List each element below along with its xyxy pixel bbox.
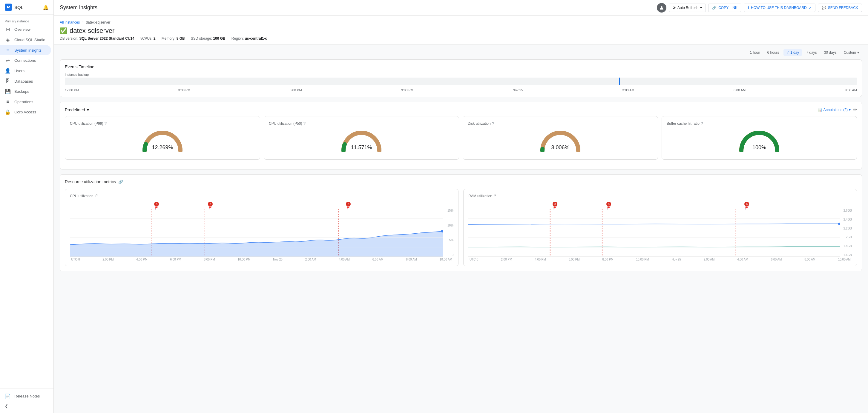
events-timeline-title: Events Timeline — [65, 64, 857, 69]
user-avatar[interactable] — [657, 3, 666, 12]
axis-label-5: 3:00 AM — [622, 88, 634, 92]
cpu-x-7: 2:00 AM — [305, 258, 316, 261]
ram-chart-container: 3 🚩 3 🚩 6 🚩 — [468, 202, 852, 261]
dashboard-content: All instances › datex-sqlserver ✅ datex-… — [54, 15, 868, 413]
resource-metrics-section: Resource utilization metrics 🔗 CPU utili… — [60, 174, 862, 271]
instance-status-icon: ✅ — [60, 27, 67, 34]
time-btn-7days[interactable]: 7 days — [803, 49, 819, 56]
cpu-alert-1: 3 🚩 — [154, 202, 159, 210]
auto-refresh-label: Auto Refresh — [677, 6, 699, 10]
ram-chart-title: RAM utilization ? — [468, 194, 852, 198]
time-btn-30days[interactable]: 30 days — [821, 49, 840, 56]
ram-x-3: 6:00 PM — [568, 258, 580, 261]
time-btn-1day[interactable]: ✓ 1 day — [783, 49, 802, 56]
edit-button[interactable]: ✏ — [853, 107, 857, 112]
cpu-x-5: 10:00 PM — [238, 258, 251, 261]
axis-label-1: 3:00 PM — [178, 88, 190, 92]
help-icon-buffer[interactable]: ? — [701, 121, 703, 126]
ram-x-4: 8:00 PM — [602, 258, 613, 261]
sidebar: SQL 🔔 Primary instance ⊞ Overview ◈ Clou… — [0, 0, 54, 413]
how-to-use-button[interactable]: ℹ HOW TO USE THIS DASHBOARD ↗ — [744, 4, 815, 12]
send-feedback-label: SEND FEEDBACK — [828, 6, 858, 10]
timeline-label: Instance backup — [65, 73, 857, 76]
operations-icon: ≡ — [5, 99, 11, 104]
db-version-meta: DB version: SQL Server 2022 Standard CU1… — [60, 36, 134, 41]
sidebar-item-operations[interactable]: ≡ Operations — [0, 97, 51, 107]
ram-x-5: 10:00 PM — [636, 258, 649, 261]
send-feedback-button[interactable]: 💬 SEND FEEDBACK — [818, 4, 862, 12]
svg-text:12.269%: 12.269% — [152, 144, 173, 150]
cpu-y-label-2: 5% — [444, 238, 454, 242]
time-btn-6hours[interactable]: 6 hours — [764, 49, 782, 56]
instance-name: datex-sqlserver — [70, 27, 115, 35]
gauge-title-cpu-p99: CPU utilization (P99) ? — [70, 121, 255, 126]
sidebar-collapse-btn[interactable]: ❮ — [0, 401, 54, 411]
cpu-y-axis: 15% 10% 5% 0 — [443, 209, 454, 256]
gauge-grid: CPU utilization (P99) ? — [65, 116, 857, 160]
app-name: SQL — [14, 5, 23, 10]
cpu-alert-markers: 3 🚩 3 🚩 6 🚩 — [70, 202, 454, 208]
resource-metrics-title: Resource utilization metrics — [65, 179, 116, 184]
ram-y-axis: 2.6GB 2.4GB 2.2GB 2GB 1.8GB 1.6GB — [840, 209, 852, 256]
region-value: us-central1-c — [245, 36, 267, 41]
sidebar-item-system-insights[interactable]: ≡ System insights — [0, 45, 51, 55]
time-btn-custom[interactable]: Custom ▾ — [841, 49, 862, 56]
breadcrumb-all-instances[interactable]: All instances — [60, 20, 80, 25]
databases-icon: 🗄 — [5, 78, 11, 84]
sidebar-item-cloud-sql-studio[interactable]: ◈ Cloud SQL Studio — [0, 35, 51, 45]
cpu-chart-info-icon[interactable]: ⏱ — [95, 194, 99, 198]
region-meta: Region: us-central1-c — [231, 36, 267, 41]
ram-y-label-0: 2.6GB — [841, 209, 852, 212]
auto-refresh-button[interactable]: ⟳ Auto Refresh ▾ — [669, 4, 706, 12]
storage-meta: SSD storage: 100 GB — [191, 36, 225, 41]
main-content: System insights ⟳ Auto Refresh ▾ 🔗 COPY … — [54, 0, 868, 413]
db-version-label: DB version: — [60, 36, 78, 41]
copy-link-icon: 🔗 — [712, 6, 717, 10]
users-icon: 👤 — [5, 68, 11, 74]
ram-chart-body: 2.6GB 2.4GB 2.2GB 2GB 1.8GB 1.6GB — [468, 209, 852, 256]
svg-text:100%: 100% — [752, 144, 766, 150]
region-label: Region: — [231, 36, 244, 41]
ram-x-6: Nov 25 — [672, 258, 681, 261]
help-icon-disk[interactable]: ? — [492, 121, 494, 126]
ram-x-10: 8:00 AM — [804, 258, 815, 261]
time-active-check: ✓ — [786, 50, 790, 55]
sidebar-item-databases[interactable]: 🗄 Databases — [0, 76, 51, 86]
sidebar-item-connections[interactable]: ⇌ Connections — [0, 55, 51, 66]
sidebar-item-label: Users — [14, 69, 25, 73]
sidebar-item-label: Databases — [14, 79, 33, 83]
predefined-label: Predefined — [65, 107, 85, 112]
svg-point-24 — [838, 222, 840, 225]
notifications-icon[interactable]: 🔔 — [43, 4, 49, 10]
ram-chart-area — [468, 209, 840, 256]
sidebar-item-release-notes[interactable]: 📄 Release Notes — [0, 391, 51, 401]
gauge-card-buffer: Buffer cache hit ratio ? 100% — [661, 116, 857, 160]
gauge-svg-cpu-p99: 12.269% — [142, 128, 183, 152]
backups-icon: 💾 — [5, 89, 11, 94]
storage-value: 100 GB — [213, 36, 225, 41]
sidebar-item-users[interactable]: 👤 Users — [0, 66, 51, 76]
cpu-x-1: 2:00 PM — [102, 258, 114, 261]
axis-label-6: 6:00 AM — [734, 88, 746, 92]
db-version-value: SQL Server 2022 Standard CU14 — [79, 36, 134, 41]
help-icon-cpu-p50[interactable]: ? — [303, 121, 306, 126]
time-btn-1hour[interactable]: 1 hour — [747, 49, 763, 56]
ram-x-9: 6:00 AM — [771, 258, 782, 261]
cpu-x-6: Nov 25 — [273, 258, 283, 261]
sidebar-item-overview[interactable]: ⊞ Overview — [0, 24, 51, 35]
gauge-wrapper-cpu-p99: 12.269% — [70, 128, 255, 152]
sidebar-item-corp-access[interactable]: 🔒 Corp Access — [0, 107, 51, 117]
ram-x-axis: UTC-8 2:00 PM 4:00 PM 6:00 PM 8:00 PM 10… — [468, 258, 852, 261]
cpu-alert-badge-3: 6 — [346, 202, 351, 207]
instance-title-row: ✅ datex-sqlserver — [60, 27, 862, 35]
sidebar-item-backups[interactable]: 💾 Backups — [0, 86, 51, 97]
copy-link-button[interactable]: 🔗 COPY LINK — [708, 4, 741, 12]
ram-x-2: 4:00 PM — [535, 258, 546, 261]
axis-label-2: 6:00 PM — [290, 88, 302, 92]
svg-text:3.006%: 3.006% — [551, 144, 569, 150]
help-icon-cpu-p99[interactable]: ? — [104, 121, 106, 126]
resource-metrics-link-icon[interactable]: 🔗 — [118, 180, 123, 184]
predefined-title-btn[interactable]: Predefined ▾ — [65, 107, 89, 112]
ram-chart-help-icon[interactable]: ? — [494, 194, 496, 198]
annotations-button[interactable]: 📊 Annotations (2) ▾ — [818, 108, 851, 112]
